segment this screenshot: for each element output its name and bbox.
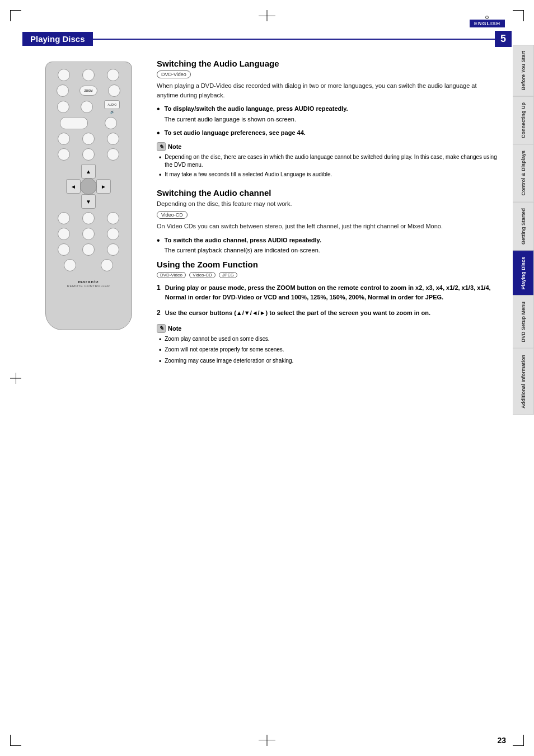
remote-subtitle: REMOTE CONTROLLER: [51, 284, 126, 288]
note-label-1: Note: [168, 143, 181, 150]
left-cross-vertical: [16, 373, 16, 384]
zoom-note-text-3: Zooming may cause image deterioration or…: [165, 357, 293, 365]
zoom-num-2: 2: [157, 309, 161, 317]
note-bullet-1-1: • Depending on the disc, there are cases…: [159, 153, 499, 169]
bullet-dot-2: •: [157, 129, 160, 138]
remote-btn-3[interactable]: [107, 69, 119, 81]
remote-row-6: [51, 148, 126, 161]
audio-channel-badge: Video-CD: [157, 211, 188, 219]
remote-btn-18[interactable]: [107, 212, 119, 224]
audio-channel-bullet: • To switch the audio channel, press AUD…: [157, 236, 499, 255]
remote-btn-9[interactable]: [105, 117, 117, 129]
zoom-note-bullet-3: • Zooming may cause image deterioration …: [159, 357, 499, 367]
audio-language-desc: When playing a DVD-Video disc recorded w…: [157, 81, 499, 100]
zoom-note-dot-1: •: [159, 335, 161, 345]
remote-btn-15[interactable]: [107, 148, 119, 161]
remote-row-5: [51, 133, 126, 145]
sidebar-tab-control-displays[interactable]: Control & Displays: [513, 144, 534, 202]
audio-language-title: Switching the Audio Language: [157, 59, 499, 68]
audio-language-bullet-2: • To set audio language preferences, see…: [157, 128, 499, 138]
zoom-note-icon: ✎: [157, 324, 166, 333]
bullet-dot-1: •: [157, 105, 160, 114]
corner-mark-bl: [10, 735, 21, 746]
zoom-badge-jpeg: JPEG: [219, 272, 237, 278]
remote-zoom-btn[interactable]: ZOOM: [79, 86, 97, 96]
title-bar: Playing Discs 5: [22, 31, 512, 47]
remote-body: ZOOM AUDIO 🔊: [45, 62, 132, 330]
bullet-text-1: To display/switch the audio language, pr…: [165, 104, 348, 124]
remote-btn-12[interactable]: [107, 133, 119, 145]
zoom-text-1: During play or pause mode, press the ZOO…: [165, 283, 499, 303]
remote-btn-1[interactable]: [58, 69, 70, 81]
sidebar-tab-getting-started[interactable]: Getting Started: [513, 202, 534, 251]
sidebar-tab-dvd-setup[interactable]: DVD Setup Menu: [513, 295, 534, 349]
dpad-down[interactable]: ▼: [81, 194, 96, 209]
remote-row-2: ZOOM: [51, 84, 126, 97]
remote-btn-11[interactable]: [82, 133, 95, 145]
remote-btn-8[interactable]: [60, 117, 88, 129]
remote-btn-24[interactable]: [107, 243, 119, 256]
note-text-1-2: It may take a few seconds till a selecte…: [165, 171, 332, 179]
remote-btn-26[interactable]: [101, 259, 113, 271]
note-bullets-1: • Depending on the disc, there are cases…: [157, 153, 499, 180]
audio-channel-title: Switching the Audio channel: [157, 188, 499, 198]
remote-row-3: AUDIO 🔊: [51, 100, 126, 114]
remote-btn-13[interactable]: [58, 148, 70, 161]
sidebar-tab-playing-discs[interactable]: Playing Discs: [513, 251, 534, 296]
remote-btn-16[interactable]: [58, 212, 70, 224]
zoom-title: Using the Zoom Function: [157, 260, 499, 269]
audio-language-note: ✎ Note • Depending on the disc, there ar…: [157, 142, 499, 180]
note-header-1: ✎ Note: [157, 142, 499, 151]
sidebar-tabs: Before You Start Connecting Up Control &…: [513, 45, 534, 415]
audio-language-bullet-1: • To display/switch the audio language, …: [157, 104, 499, 124]
remote-btn-17[interactable]: [82, 212, 95, 224]
sidebar-tab-before-you-start[interactable]: Before You Start: [513, 45, 534, 96]
bullet-text-ch: To switch the audio channel, press AUDIO…: [165, 236, 321, 255]
remote-btn-5[interactable]: [108, 84, 120, 97]
zoom-num-1: 1: [157, 284, 161, 292]
corner-mark-tr: [513, 10, 524, 21]
note-text-1-1: Depending on the disc, there are cases i…: [165, 153, 499, 169]
remote-audio-btn[interactable]: AUDIO: [104, 100, 120, 109]
section-audio-channel: Switching the Audio channel Depending on…: [157, 188, 499, 255]
note-icon-1: ✎: [157, 142, 166, 151]
top-cross-vertical: [267, 10, 268, 21]
zoom-item-1: 1 During play or pause mode, press the Z…: [157, 283, 499, 303]
dpad-left[interactable]: ◄: [66, 179, 81, 194]
zoom-badge-dvd: DVD-Video: [157, 272, 186, 278]
zoom-note-bullet-1: • Zoom play cannot be used on some discs…: [159, 335, 499, 345]
audio-language-badge: DVD-Video: [157, 71, 191, 78]
remote-row-9: [51, 243, 126, 256]
remote-btn-2[interactable]: [82, 69, 95, 81]
remote-btn-25[interactable]: [64, 259, 76, 271]
remote-btn-4[interactable]: [57, 84, 69, 97]
remote-btn-22[interactable]: [58, 243, 70, 256]
dpad-up[interactable]: ▲: [81, 164, 96, 179]
remote-btn-23[interactable]: [82, 243, 95, 256]
zoom-note-text-2: Zoom will not operate properly for some …: [165, 346, 284, 354]
bottom-cross-vertical: [267, 735, 268, 746]
bullet-text-2: To set audio language preferences, see p…: [165, 128, 306, 138]
title-line: [93, 39, 495, 40]
zoom-note-text-1: Zoom play cannot be used on some discs.: [165, 335, 269, 343]
remote-btn-19[interactable]: [58, 228, 70, 240]
zoom-note-dot-3: •: [159, 357, 161, 367]
corner-mark-br: [513, 735, 524, 746]
remote-brand: marantz: [51, 279, 126, 284]
dpad-right[interactable]: ►: [96, 179, 111, 194]
zoom-item-2: 2 Use the cursor buttons (▲/▼/◄/►) to se…: [157, 308, 499, 318]
note-bullet-dot-2: •: [159, 171, 161, 180]
remote-btn-20[interactable]: [82, 228, 95, 240]
zoom-text-2: Use the cursor buttons (▲/▼/◄/►) to sele…: [165, 308, 430, 318]
remote-row-4: [51, 117, 126, 129]
remote-btn-10[interactable]: [58, 133, 70, 145]
dpad-center[interactable]: [80, 178, 97, 195]
remote-control-area: ZOOM AUDIO 🔊: [32, 62, 144, 330]
zoom-note-bullet-2: • Zoom will not operate properly for som…: [159, 346, 499, 355]
sidebar-tab-additional-info[interactable]: Additional Information: [513, 349, 534, 415]
remote-btn-6[interactable]: [57, 101, 69, 113]
sidebar-tab-connecting-up[interactable]: Connecting Up: [513, 96, 534, 144]
remote-btn-14[interactable]: [82, 148, 95, 161]
remote-btn-21[interactable]: [107, 228, 119, 240]
remote-btn-7[interactable]: [81, 101, 93, 113]
